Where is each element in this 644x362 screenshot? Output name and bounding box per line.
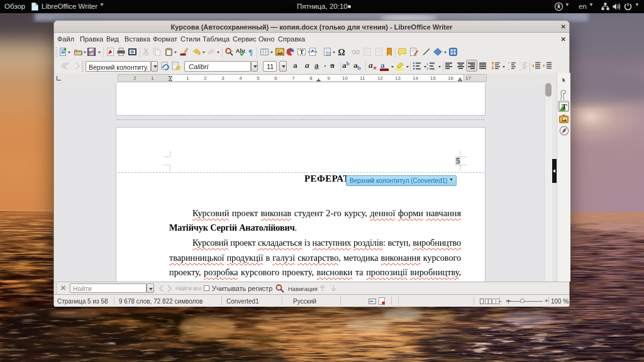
svg-text:2: 2: [426, 67, 429, 70]
svg-text:T: T: [562, 102, 567, 111]
svg-text:T: T: [300, 48, 304, 55]
svg-text:Ω: Ω: [338, 48, 345, 56]
svg-text:¶: ¶: [248, 48, 253, 56]
svg-text:1: 1: [426, 62, 429, 66]
